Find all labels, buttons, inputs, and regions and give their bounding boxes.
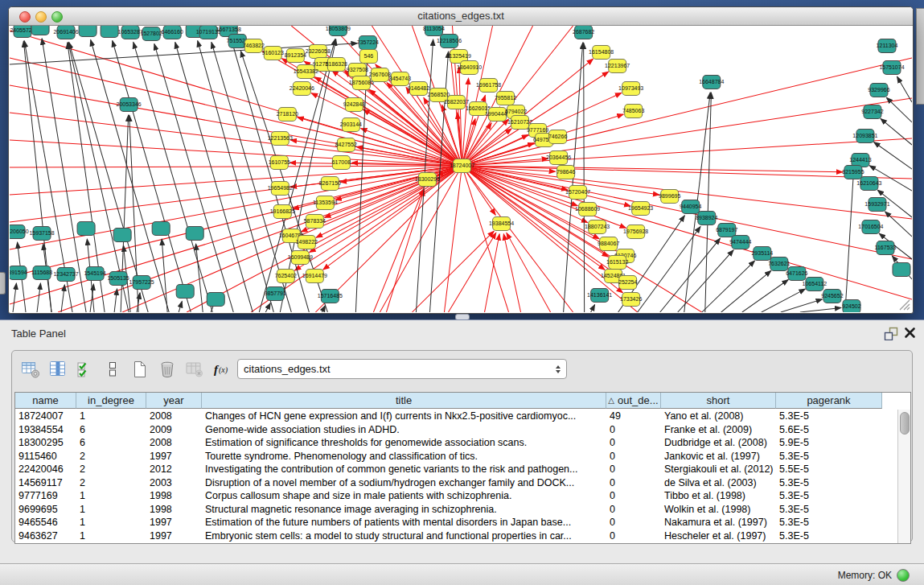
cell: 9699695 bbox=[15, 504, 76, 515]
node-label: 1115688 bbox=[31, 270, 52, 276]
close-panel-icon[interactable] bbox=[904, 327, 916, 339]
cell: 2008 bbox=[146, 437, 202, 448]
cell: 0 bbox=[606, 451, 661, 462]
select-all-icon[interactable] bbox=[73, 358, 97, 381]
cited-paper-node[interactable] bbox=[176, 285, 194, 299]
vertical-scrollbar[interactable] bbox=[897, 410, 910, 543]
node-table: namein_degreeyeartitle△out_de...shortpag… bbox=[14, 392, 911, 544]
node-label: 9146482 bbox=[408, 86, 429, 92]
cited-paper-node[interactable] bbox=[152, 222, 170, 236]
table-selector-dropdown[interactable]: citations_edges.txt bbox=[237, 359, 567, 379]
cited-paper-node[interactable] bbox=[893, 263, 910, 277]
citation-network-graph[interactable]: 2405572420691406106532871527802646616010… bbox=[10, 26, 912, 312]
node-label: 2718120 bbox=[277, 112, 298, 117]
node-label: 2687682 bbox=[573, 30, 594, 35]
node-label: 15720407 bbox=[565, 190, 590, 196]
node-label: 15932971 bbox=[864, 202, 889, 208]
deselect-all-icon[interactable] bbox=[101, 358, 125, 381]
node-label: 19654982 bbox=[268, 186, 293, 192]
node-label: 18756085 bbox=[349, 80, 374, 86]
node-label: 6794022 bbox=[505, 109, 527, 115]
column-header-label: name bbox=[32, 394, 59, 406]
column-header-pagerank[interactable]: pagerank bbox=[776, 393, 882, 409]
column-header-out_de[interactable]: △out_de... bbox=[606, 393, 661, 409]
node-label: 6879197 bbox=[716, 228, 737, 233]
cell: 18300295 bbox=[15, 437, 76, 448]
table-row[interactable]: 1830029562008Estimation of significance … bbox=[15, 436, 897, 450]
cell: 0 bbox=[606, 504, 661, 515]
node-label: 16210643 bbox=[856, 181, 881, 187]
node-label: 7625402 bbox=[275, 274, 297, 279]
table-row[interactable]: 946362711997Embryonic stem cells: a mode… bbox=[15, 529, 897, 543]
status-bar: Memory: OK bbox=[0, 563, 924, 585]
create-column-icon[interactable] bbox=[128, 358, 152, 381]
cited-paper-node[interactable] bbox=[113, 229, 131, 242]
node-label: 391594 bbox=[10, 270, 27, 276]
node-label: 8215955 bbox=[842, 170, 864, 175]
node-label: 1545194 bbox=[84, 271, 105, 277]
column-header-name[interactable]: name bbox=[15, 393, 76, 409]
cell: Nakamura et al. (1997) bbox=[661, 517, 776, 528]
network-canvas[interactable]: 2405572420691406106532871527802646616010… bbox=[10, 26, 912, 312]
node-label: 9899695 bbox=[659, 194, 680, 200]
table-row[interactable]: 969969511998Structural magnetic resonanc… bbox=[15, 503, 897, 517]
node-label: 20691406 bbox=[53, 30, 78, 35]
window-titlebar[interactable]: citations_edges.txt bbox=[9, 7, 913, 26]
node-label: 20053346 bbox=[117, 102, 142, 108]
node-label: 12093851 bbox=[852, 134, 877, 139]
column-header-label: out_de... bbox=[618, 394, 659, 406]
cell: 2 bbox=[76, 451, 146, 462]
node-label: 9245652 bbox=[821, 294, 843, 299]
cell: 2003 bbox=[146, 477, 202, 488]
table-toolbar: f(x) bbox=[18, 356, 237, 382]
table-row[interactable]: 1456911722003Disruption of a novel membe… bbox=[15, 476, 897, 490]
cited-paper-node[interactable] bbox=[79, 26, 97, 37]
function-builder-icon[interactable]: f(x) bbox=[210, 358, 234, 381]
memory-status-label: Memory: OK bbox=[838, 570, 892, 581]
node-label: 252254 bbox=[618, 280, 637, 286]
column-header-year[interactable]: year bbox=[146, 393, 202, 409]
memory-ok-indicator[interactable] bbox=[897, 569, 910, 582]
table-row[interactable]: 946554611997Estimation of the future num… bbox=[15, 516, 897, 529]
cell: 5.5E-5 bbox=[776, 463, 882, 475]
node-label: 15716485 bbox=[318, 294, 343, 299]
node-label: 746266 bbox=[548, 134, 567, 140]
column-header-title[interactable]: title bbox=[202, 393, 606, 409]
table-row[interactable]: 911546021997Tourette syndrome. Phenomeno… bbox=[15, 450, 897, 463]
cell: 1 bbox=[76, 530, 146, 542]
cell: 2012 bbox=[146, 463, 202, 475]
node-label: 9884067 bbox=[598, 241, 619, 247]
cited-paper-node[interactable] bbox=[207, 293, 224, 307]
float-panel-icon[interactable] bbox=[884, 327, 898, 340]
cited-paper-node[interactable] bbox=[101, 26, 118, 38]
table-row[interactable]: 1938455462009Genome-wide association stu… bbox=[15, 423, 897, 437]
column-header-in_degree[interactable]: in_degree bbox=[76, 393, 146, 409]
column-header-short[interactable]: short bbox=[661, 393, 776, 409]
table-row[interactable]: 977716911998Corpus callosum shape and si… bbox=[15, 489, 897, 503]
delete-columns-icon[interactable] bbox=[155, 358, 179, 381]
node-label: 17016504 bbox=[858, 225, 883, 230]
node-label: 617008 bbox=[332, 160, 351, 166]
node-label: 18053809 bbox=[326, 27, 351, 32]
node-label: 1733426 bbox=[620, 297, 642, 303]
cited-paper-node[interactable] bbox=[186, 227, 203, 241]
table-mode-icon[interactable] bbox=[18, 358, 43, 381]
table-row[interactable]: 1872400712008Changes of HCN gene express… bbox=[15, 410, 897, 423]
cell: 0 bbox=[606, 517, 661, 528]
node-label: 7485063 bbox=[622, 109, 644, 114]
show-columns-icon[interactable] bbox=[46, 358, 70, 381]
cell: 5.3E-5 bbox=[776, 530, 882, 542]
node-label: 9327508 bbox=[347, 68, 368, 73]
node-label: 9329966 bbox=[868, 88, 889, 93]
node-label: 10973493 bbox=[618, 86, 643, 92]
cited-paper-node[interactable] bbox=[77, 222, 95, 236]
table-row[interactable]: 2242004622012Investigating the contribut… bbox=[15, 463, 897, 476]
cited-paper-node[interactable] bbox=[31, 26, 49, 35]
node-label: 7632621 bbox=[768, 262, 790, 267]
node-label: 1527802 bbox=[141, 31, 162, 37]
cell: 1997 bbox=[146, 451, 202, 462]
scrollbar-thumb[interactable] bbox=[900, 412, 910, 435]
column-header-label: title bbox=[396, 394, 412, 406]
resize-grip-icon[interactable] bbox=[897, 298, 910, 311]
window-title: citations_edges.txt bbox=[9, 10, 913, 22]
